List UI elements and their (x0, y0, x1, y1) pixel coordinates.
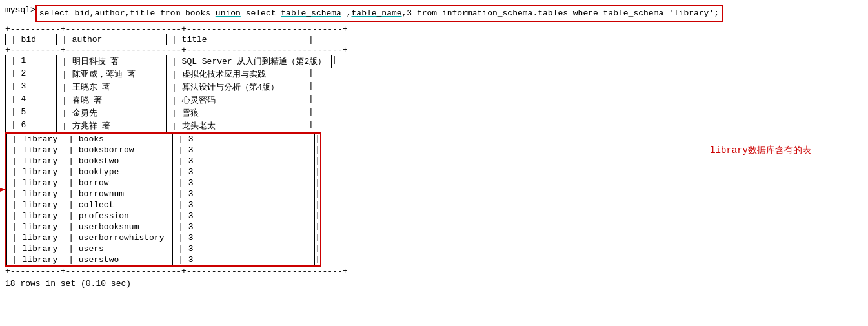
table-row: | 6 | 方兆祥 著 | 龙头老太 | (5, 119, 863, 132)
table-row: | library | booktype | 3 | (6, 167, 320, 178)
sql-table-name: table_name (352, 8, 402, 18)
table-row: | library | userstwo | 3 | (6, 254, 320, 265)
table-mid-border: +----------+-----------------------+----… (5, 45, 863, 55)
sql-union: union (216, 8, 241, 18)
result-footer: 18 rows in set (0.10 sec) (5, 279, 863, 289)
col-header-end: | (308, 34, 314, 45)
results-table-container: library数据库含有的表 +----------+-------------… (5, 25, 863, 289)
sql-part2: select (241, 8, 281, 18)
library-rows-box: | library | books | 3 | | library | book… (5, 132, 321, 267)
col-header-author: | author (57, 34, 167, 45)
sql-query-box: select bid,author,title from books union… (35, 5, 723, 22)
table-row: | library | userbooksnum | 3 | (6, 221, 320, 232)
table-row: | 3 | 王晓东 著 | 算法设计与分析（第4版） | (5, 81, 863, 94)
table-row: | library | collect | 3 | (6, 199, 320, 210)
table-row: | 5 | 金勇先 | 雪狼 | (5, 107, 863, 119)
table-top-border: +----------+-----------------------+----… (5, 25, 863, 34)
table-header-row: | bid | author | title | (5, 34, 863, 45)
annotation-label: library数据库含有的表 (710, 145, 811, 156)
normal-data-rows: | 1 | 明日科技 著 | SQL Server 从入门到精通（第2版） | … (5, 55, 863, 132)
col-header-title: | title (167, 34, 308, 45)
sql-part4: ,3 from information_schema.tables where … (402, 8, 719, 18)
borrow-row: | library | borrow | 3 | (6, 178, 320, 188)
table-row: | library | borrownum | 3 | (6, 188, 320, 199)
table-row: | 1 | 明日科技 著 | SQL Server 从入门到精通（第2版） | (5, 55, 863, 68)
query-line: mysql> select bid,author,title from book… (5, 5, 863, 22)
col-header-bid: | bid (5, 34, 57, 45)
sql-part1: select bid,author,title from books (39, 8, 216, 18)
profession-row: | library | profession | 3 | (6, 210, 320, 221)
table-row: | library | userborrowhistory | 3 | (6, 232, 320, 243)
mysql-prompt: mysql> (5, 5, 35, 15)
table-row: | 4 | 春晓 著 | 心灵密码 | (5, 94, 863, 107)
sql-table-schema: table_schema (281, 8, 341, 18)
table-bottom-border: +----------+-----------------------+----… (5, 267, 863, 276)
table-row: | library | bookstwo | 3 | (6, 156, 320, 167)
table-row: | library | booksborrow | 3 | (6, 145, 320, 156)
terminal-output: mysql> select bid,author,title from book… (5, 5, 863, 289)
table-row: | library | books | 3 | (6, 134, 320, 145)
table-row: | 2 | 陈亚威，蒋迪 著 | 虚拟化技术应用与实践 | (5, 68, 863, 81)
table-row: | library | users | 3 | (6, 243, 320, 254)
sql-part3: , (341, 8, 352, 18)
